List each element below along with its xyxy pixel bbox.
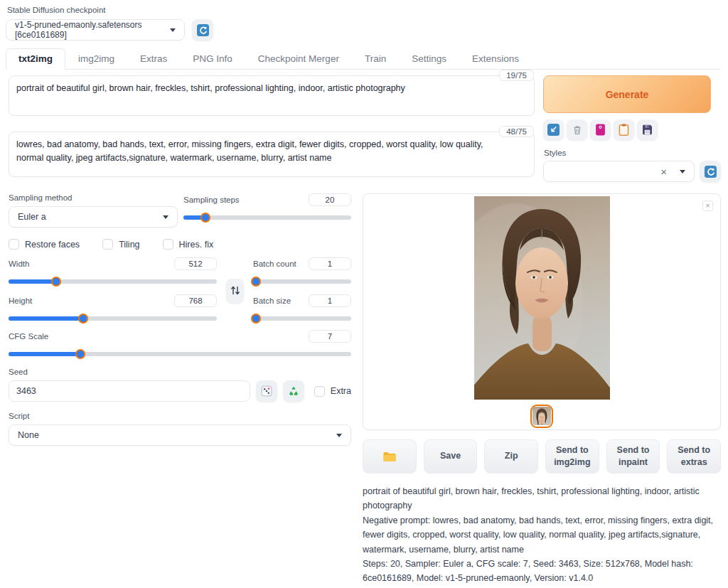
slider-thumb[interactable] (200, 213, 210, 223)
batch-count-slider[interactable] (253, 277, 351, 287)
gallery-thumbnail[interactable] (530, 405, 553, 428)
open-folder-button[interactable] (363, 439, 417, 474)
tab-png-info[interactable]: PNG Info (180, 48, 245, 70)
swap-width-height-button[interactable] (226, 279, 244, 303)
send-to-inpaint-button[interactable]: Send to inpaint (606, 439, 660, 474)
script-value: None (18, 430, 39, 440)
batch-count-input[interactable] (309, 257, 351, 270)
generation-info: portrait of beautiful girl, brown hair, … (363, 484, 721, 588)
chevron-down-icon (336, 434, 342, 437)
extra-networks-button[interactable] (590, 119, 611, 140)
checkbox-box (163, 239, 173, 250)
apply-styles-button[interactable] (614, 119, 634, 140)
close-icon[interactable]: × (702, 201, 713, 211)
txt2img-results: × Save Zip (363, 193, 721, 588)
trash-icon (572, 124, 583, 136)
zip-button[interactable]: Zip (484, 439, 538, 474)
save-style-button[interactable] (637, 119, 658, 140)
swap-arrows-icon (230, 285, 240, 296)
slider-fill (9, 316, 83, 321)
slider-track (253, 316, 351, 321)
height-input[interactable] (174, 294, 217, 307)
tiling-checkbox[interactable]: Tiling (102, 239, 139, 250)
sampling-steps-input[interactable] (309, 193, 351, 206)
send-to-extras-button[interactable]: Send to extras (667, 439, 721, 474)
hires-fix-checkbox[interactable]: Hires. fix (163, 239, 214, 250)
slider-thumb[interactable] (251, 277, 261, 287)
tab-train[interactable]: Train (352, 48, 399, 70)
save-button[interactable]: Save (424, 439, 478, 474)
sampling-method-dropdown[interactable]: Euler a (9, 206, 178, 228)
refresh-checkpoints-button[interactable] (192, 19, 213, 41)
checkbox-box (102, 239, 113, 250)
styles-label: Styles (544, 149, 721, 157)
chevron-down-icon (163, 215, 168, 219)
slider-fill (9, 352, 80, 356)
refresh-icon (197, 24, 209, 36)
folder-icon (382, 450, 397, 463)
seed-input[interactable] (9, 380, 250, 402)
tab-extensions[interactable]: Extensions (459, 48, 532, 70)
clear-prompt-button[interactable] (567, 119, 587, 140)
sampling-method-value: Euler a (18, 212, 46, 222)
height-label: Height (9, 296, 32, 305)
info-params: Steps: 20, Sampler: Euler a, CFG scale: … (363, 557, 718, 586)
slider-track (253, 279, 351, 284)
sampling-steps-slider[interactable] (183, 213, 351, 223)
random-seed-button[interactable] (256, 380, 277, 402)
restore-faces-checkbox[interactable]: Restore faces (9, 239, 80, 250)
batch-size-input[interactable] (309, 294, 351, 307)
sampling-method-label: Sampling method (9, 193, 178, 202)
checkbox-box (314, 386, 325, 397)
read-generation-params-button[interactable] (543, 119, 564, 140)
send-to-img2img-button[interactable]: Send to img2img (545, 439, 599, 474)
gallery-actions: Save Zip Send to img2img Send to inpaint… (363, 439, 721, 474)
width-slider[interactable] (9, 277, 217, 287)
slider-thumb[interactable] (51, 277, 61, 287)
refresh-icon (705, 166, 717, 178)
tab-extras[interactable]: Extras (127, 48, 180, 70)
tab-txt2img[interactable]: txt2img (6, 48, 65, 70)
info-negative-prompt: Negative prompt: lowres, bad anatomy, ba… (363, 513, 718, 557)
cfg-scale-slider[interactable] (9, 349, 351, 359)
txt2img-settings: Sampling method Euler a Sampling steps (6, 193, 351, 588)
extra-seed-checkbox[interactable]: Extra (314, 386, 351, 397)
tab-img2img[interactable]: img2img (65, 48, 127, 70)
generated-image[interactable] (474, 196, 610, 400)
thumbnail-image (532, 407, 551, 425)
refresh-styles-button[interactable] (700, 161, 721, 182)
tab-checkpoint-merger[interactable]: Checkpoint Merger (245, 48, 352, 70)
tiling-label: Tiling (119, 240, 139, 250)
cfg-scale-input[interactable] (309, 330, 351, 343)
batch-size-slider[interactable] (253, 314, 351, 324)
prompt-tools-row (543, 119, 721, 140)
slider-thumb[interactable] (78, 314, 88, 324)
info-prompt: portrait of beautiful girl, brown hair, … (363, 484, 718, 513)
checkpoint-value: v1-5-pruned-emaonly.safetensors [6ce0161… (15, 20, 164, 40)
negative-prompt-box: 48/75 lowres, bad anatomy, bad hands, te… (9, 132, 535, 177)
clear-styles-icon[interactable]: × (656, 166, 671, 177)
height-slider[interactable] (9, 314, 217, 324)
prompt-input[interactable]: portrait of beautiful girl, brown hair, … (9, 76, 534, 115)
tab-settings[interactable]: Settings (399, 48, 459, 70)
slider-thumb[interactable] (251, 314, 261, 324)
prompt-token-counter: 19/75 (499, 70, 534, 81)
extra-networks-card-icon (595, 124, 606, 136)
checkpoint-dropdown[interactable]: v1-5-pruned-emaonly.safetensors [6ce0161… (6, 19, 185, 41)
dice-icon (261, 385, 272, 397)
slider-thumb[interactable] (75, 349, 85, 359)
width-input[interactable] (174, 257, 217, 270)
script-dropdown[interactable]: None (9, 424, 351, 446)
seed-label: Seed (9, 368, 351, 376)
cfg-scale-label: CFG Scale (9, 332, 48, 341)
chevron-down-icon (170, 28, 176, 32)
styles-row: × (543, 161, 721, 182)
floppy-save-icon (642, 124, 653, 135)
generate-button[interactable]: Generate (543, 75, 711, 113)
negative-prompt-input[interactable]: lowres, bad anatomy, bad hands, text, er… (9, 132, 534, 176)
recycle-icon (288, 385, 299, 397)
reuse-seed-button[interactable] (283, 380, 304, 402)
styles-dropdown[interactable]: × (543, 161, 695, 182)
prompt-column: 19/75 portrait of beautiful girl, brown … (6, 75, 535, 182)
hires-fix-label: Hires. fix (179, 240, 214, 250)
